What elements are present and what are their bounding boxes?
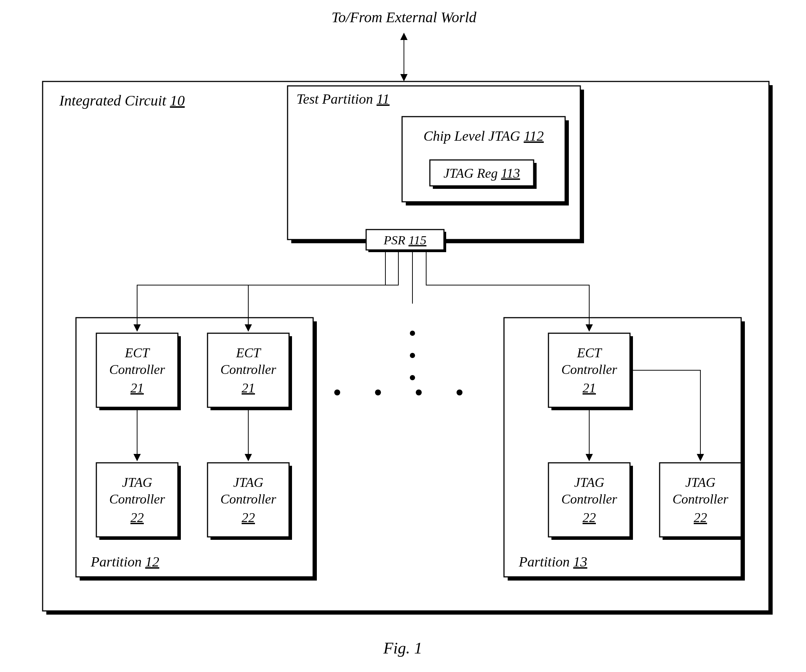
jtag-reg-label: JTAG Reg 113 [444, 166, 520, 181]
svg-text:22: 22 [242, 510, 255, 525]
psr-label: PSR 115 [383, 233, 426, 247]
vdots-2 [410, 353, 415, 358]
test-partition-label: Test Partition 11 [296, 91, 390, 107]
svg-text:Controller: Controller [562, 362, 618, 377]
svg-text:22: 22 [694, 510, 707, 525]
diagram-canvas: To/From External World Integrated Circui… [0, 0, 806, 672]
svg-text:21: 21 [583, 380, 596, 395]
svg-text:22: 22 [130, 510, 144, 525]
p13-jtag-2: JTAG Controller 22 [660, 463, 744, 540]
hdots-1 [334, 389, 340, 395]
ic-label: Integrated Circuit 10 [59, 92, 185, 109]
svg-text:21: 21 [242, 380, 255, 395]
chip-jtag-label: Chip Level JTAG 112 [424, 128, 544, 144]
svg-text:ECT: ECT [576, 346, 603, 360]
svg-text:Controller: Controller [220, 492, 277, 507]
p13-ect: ECT Controller 21 [548, 333, 633, 410]
p12-jtag-2: JTAG Controller 22 [208, 463, 292, 540]
svg-text:JTAG: JTAG [574, 475, 604, 490]
svg-text:Controller: Controller [562, 492, 618, 507]
svg-text:Controller: Controller [109, 362, 166, 377]
vdots-3 [410, 375, 415, 380]
hdots-3 [416, 389, 422, 395]
svg-text:JTAG: JTAG [685, 475, 715, 490]
p12-ect-1: ECT Controller 21 [96, 333, 181, 410]
p12-ect-2: ECT Controller 21 [208, 333, 292, 410]
figure-label: Fig. 1 [383, 639, 422, 657]
svg-text:22: 22 [583, 510, 596, 525]
p13-jtag-1: JTAG Controller 22 [548, 463, 633, 540]
svg-text:ECT: ECT [124, 346, 150, 360]
hdots-4 [457, 389, 462, 395]
svg-text:JTAG: JTAG [233, 475, 263, 490]
partition13-label: Partition 13 [519, 554, 587, 570]
hdots-2 [375, 389, 381, 395]
partition12-label: Partition 12 [91, 554, 159, 570]
svg-text:21: 21 [130, 380, 144, 395]
svg-text:Controller: Controller [220, 362, 277, 377]
external-world-label: To/From External World [331, 9, 477, 26]
svg-text:Controller: Controller [109, 492, 166, 507]
vdots-1 [410, 331, 415, 336]
p12-jtag-1: JTAG Controller 22 [96, 463, 181, 540]
svg-text:JTAG: JTAG [122, 475, 152, 490]
svg-text:Controller: Controller [672, 492, 729, 507]
svg-text:ECT: ECT [236, 346, 262, 360]
